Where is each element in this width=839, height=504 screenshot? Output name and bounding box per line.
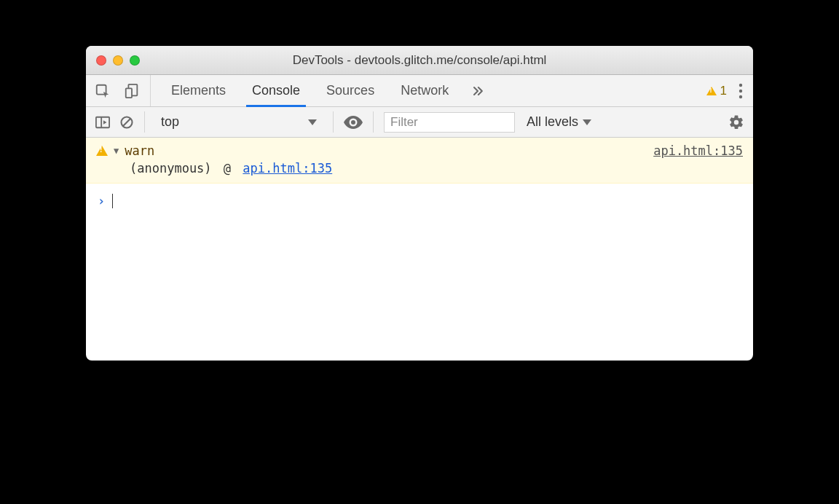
svg-rect-2 — [126, 88, 132, 98]
separator — [144, 111, 145, 133]
svg-line-10 — [123, 119, 130, 126]
stack-frame-location-link[interactable]: api.html:135 — [243, 161, 332, 176]
minimize-window-button[interactable] — [113, 55, 123, 66]
tab-network[interactable]: Network — [387, 75, 462, 106]
tab-overflow-button[interactable] — [462, 75, 494, 106]
svg-marker-8 — [103, 120, 107, 124]
inspect-element-icon[interactable] — [95, 83, 111, 99]
svg-point-5 — [739, 95, 742, 98]
traffic-lights — [96, 55, 140, 66]
console-message-warning[interactable]: ▼ warn api.html:135 (anonymous) @ api.ht… — [86, 138, 753, 184]
prompt-chevron-icon: › — [98, 194, 105, 208]
device-toolbar-icon[interactable] — [124, 83, 140, 99]
warning-triangle-icon — [706, 87, 717, 95]
triangle-down-icon — [583, 119, 591, 125]
close-window-button[interactable] — [96, 55, 106, 66]
svg-rect-6 — [96, 117, 109, 127]
window-titlebar: DevTools - devtools.glitch.me/console/ap… — [86, 46, 753, 75]
separator — [333, 111, 334, 133]
warning-triangle-icon — [96, 146, 108, 156]
clear-console-icon[interactable] — [119, 115, 134, 130]
text-caret — [112, 194, 113, 208]
triangle-down-icon — [308, 119, 317, 125]
devtools-window: DevTools - devtools.glitch.me/console/ap… — [86, 46, 753, 361]
console-prompt[interactable]: › — [86, 184, 753, 208]
kebab-menu-icon[interactable] — [738, 83, 743, 99]
console-filter-input[interactable] — [384, 112, 515, 133]
chevron-double-right-icon — [470, 84, 485, 98]
console-message-source-link[interactable]: api.html:135 — [653, 143, 743, 158]
tab-sources[interactable]: Sources — [313, 75, 387, 106]
svg-marker-11 — [308, 119, 317, 125]
window-title: DevTools - devtools.glitch.me/console/ap… — [86, 53, 753, 68]
stack-frame-function: (anonymous) — [130, 161, 212, 176]
console-toolbar: top All levels — [86, 107, 753, 138]
live-expression-eye-icon[interactable] — [344, 116, 363, 129]
execution-context-value: top — [161, 114, 179, 130]
console-message-text: warn — [125, 143, 154, 158]
tab-console[interactable]: Console — [239, 75, 313, 106]
svg-marker-13 — [583, 119, 591, 125]
separator — [373, 111, 374, 133]
zoom-window-button[interactable] — [130, 55, 140, 66]
stack-frame-at: @ — [219, 161, 235, 176]
warnings-badge[interactable]: 1 — [706, 84, 727, 98]
expand-toggle-icon[interactable]: ▼ — [114, 146, 119, 156]
tab-elements[interactable]: Elements — [158, 75, 239, 106]
log-levels-select[interactable]: All levels — [524, 114, 594, 130]
svg-point-3 — [739, 83, 742, 86]
svg-point-4 — [739, 89, 742, 92]
warnings-count: 1 — [720, 84, 727, 98]
console-settings-gear-icon[interactable] — [728, 114, 744, 130]
devtools-tabbar: Elements Console Sources Network 1 — [86, 75, 753, 107]
console-sidebar-toggle-icon[interactable] — [95, 115, 111, 130]
execution-context-select[interactable]: top — [155, 112, 323, 133]
log-levels-value: All levels — [527, 114, 578, 130]
svg-point-12 — [351, 120, 355, 125]
